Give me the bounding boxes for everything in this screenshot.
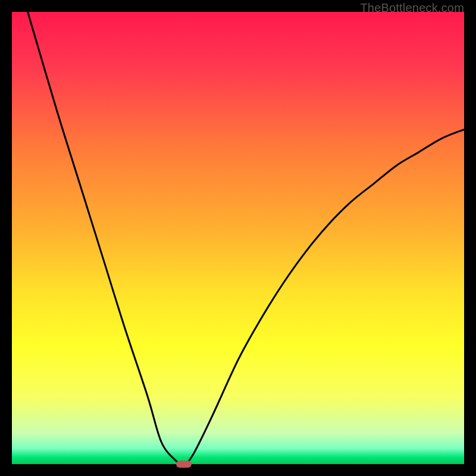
- plot-area: [12, 12, 464, 464]
- bottleneck-curve: [12, 12, 464, 464]
- watermark-text: TheBottleneck.com: [360, 1, 464, 15]
- optimal-marker: [176, 461, 192, 468]
